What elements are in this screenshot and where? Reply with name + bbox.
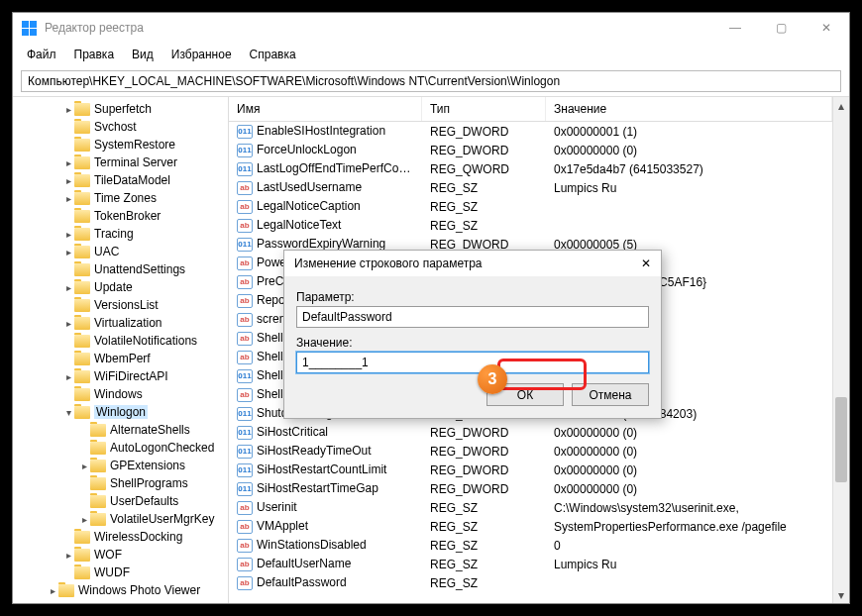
tree-item[interactable]: SystemRestore bbox=[15, 136, 226, 154]
expand-icon[interactable]: ▸ bbox=[62, 175, 74, 186]
folder-icon bbox=[74, 299, 90, 312]
tree-item[interactable]: ▸VolatileUserMgrKey bbox=[15, 510, 226, 528]
scroll-thumb[interactable] bbox=[835, 397, 847, 482]
header-value[interactable]: Значение bbox=[546, 97, 832, 121]
tree-label: TileDataModel bbox=[94, 173, 170, 187]
folder-icon bbox=[74, 370, 90, 383]
menu-help[interactable]: Справка bbox=[242, 45, 304, 64]
header-type[interactable]: Тип bbox=[422, 97, 546, 121]
tree-item[interactable]: ▸Time Zones bbox=[15, 189, 226, 207]
tree-item[interactable]: WirelessDocking bbox=[15, 528, 226, 546]
registry-editor-window: Редактор реестра — ▢ ✕ Файл Правка Вид И… bbox=[12, 12, 850, 604]
scroll-track[interactable] bbox=[833, 114, 849, 586]
value-type: REG_DWORD bbox=[422, 125, 546, 139]
value-data: 0 bbox=[546, 539, 832, 553]
menu-file[interactable]: Файл bbox=[19, 45, 64, 64]
tree-item[interactable]: UserDefaults bbox=[15, 492, 226, 510]
expand-icon[interactable]: ▸ bbox=[62, 371, 74, 382]
tree-label: VersionsList bbox=[94, 298, 159, 312]
tree-item[interactable]: VersionsList bbox=[15, 296, 226, 314]
table-row[interactable]: abLegalNoticeCaptionREG_SZ bbox=[229, 197, 832, 216]
expand-icon[interactable]: ▸ bbox=[62, 229, 74, 240]
tree-item[interactable]: ▸WOF bbox=[15, 546, 226, 564]
regvalue-icon: 011 bbox=[237, 369, 253, 383]
expand-icon[interactable]: ▸ bbox=[62, 550, 74, 561]
value-type: REG_DWORD bbox=[422, 144, 546, 157]
value-type: REG_SZ bbox=[422, 558, 546, 571]
table-row[interactable]: 011SiHostRestartCountLimitREG_DWORD0x000… bbox=[229, 461, 832, 479]
table-row[interactable]: 011SiHostCriticalREG_DWORD0x00000000 (0) bbox=[229, 423, 832, 442]
tree-item[interactable]: ▸Tracing bbox=[15, 225, 226, 243]
tree-item[interactable]: ▸Windows Photo Viewer bbox=[15, 581, 226, 599]
tree-item[interactable]: TokenBroker bbox=[15, 207, 226, 225]
content: ▸SuperfetchSvchostSystemRestore▸Terminal… bbox=[13, 97, 849, 603]
value-name: LastUsedUsername bbox=[257, 180, 362, 194]
scrollbar-vertical[interactable]: ▴ ▾ bbox=[832, 97, 849, 603]
table-row[interactable]: abDefaultUserNameREG_SZLumpics Ru bbox=[229, 555, 832, 573]
tree-item[interactable]: ▸WiFiDirectAPI bbox=[15, 367, 226, 385]
tree-item[interactable]: VolatileNotifications bbox=[15, 332, 226, 350]
expand-icon[interactable]: ▸ bbox=[62, 157, 74, 168]
tree-item[interactable]: ▸TileDataModel bbox=[15, 171, 226, 189]
tree-item[interactable]: WUDF bbox=[15, 564, 226, 581]
table-row[interactable]: 011LastLogOffEndTimePerfCounterREG_QWORD… bbox=[229, 159, 832, 178]
expand-icon[interactable]: ▸ bbox=[62, 104, 74, 115]
value-name: Repo bbox=[257, 293, 285, 307]
value-data: 0x00000000 (0) bbox=[546, 463, 832, 477]
table-row[interactable]: abLastUsedUsernameREG_SZLumpics Ru bbox=[229, 178, 832, 197]
tree-item[interactable]: UnattendSettings bbox=[15, 260, 226, 278]
table-row[interactable]: abLegalNoticeTextREG_SZ bbox=[229, 216, 832, 235]
dialog-close-button[interactable]: ✕ bbox=[641, 257, 651, 270]
header-name[interactable]: Имя bbox=[229, 97, 422, 121]
table-row[interactable]: abDefaultPasswordREG_SZ bbox=[229, 573, 832, 592]
regvalue-icon: 011 bbox=[237, 238, 253, 252]
value-label: Значение: bbox=[296, 336, 649, 350]
expand-icon[interactable]: ▸ bbox=[62, 193, 74, 204]
regvalue-icon: ab bbox=[237, 351, 253, 364]
cancel-button[interactable]: Отмена bbox=[572, 383, 649, 406]
expand-icon[interactable]: ▸ bbox=[78, 461, 90, 471]
expand-icon[interactable]: ▾ bbox=[62, 407, 74, 418]
tree-item[interactable]: AutoLogonChecked bbox=[15, 439, 226, 457]
tree-item[interactable]: AlternateShells bbox=[15, 421, 226, 439]
tree-item[interactable]: ▾Winlogon bbox=[15, 403, 226, 421]
table-row[interactable]: abWinStationsDisabledREG_SZ0 bbox=[229, 536, 832, 555]
table-row[interactable]: abVMAppletREG_SZSystemPropertiesPerforma… bbox=[229, 517, 832, 536]
table-row[interactable]: abUserinitREG_SZC:\Windows\system32\user… bbox=[229, 498, 832, 517]
tree-item[interactable]: ▸Terminal Server bbox=[15, 154, 226, 171]
scroll-up-icon[interactable]: ▴ bbox=[833, 97, 849, 114]
expand-icon[interactable]: ▸ bbox=[62, 282, 74, 293]
table-row[interactable]: 011SiHostReadyTimeOutREG_DWORD0x00000000… bbox=[229, 442, 832, 461]
tree-item[interactable]: WbemPerf bbox=[15, 350, 226, 367]
tree-item[interactable]: ▸Update bbox=[15, 278, 226, 296]
value-field[interactable] bbox=[296, 352, 649, 373]
expand-icon[interactable]: ▸ bbox=[62, 318, 74, 329]
address-input[interactable] bbox=[21, 70, 841, 92]
menu-edit[interactable]: Правка bbox=[66, 45, 123, 64]
tree-panel[interactable]: ▸SuperfetchSvchostSystemRestore▸Terminal… bbox=[13, 97, 229, 603]
expand-icon[interactable]: ▸ bbox=[78, 514, 90, 525]
tree-item[interactable]: Svchost bbox=[15, 118, 226, 136]
tree-label: WOF bbox=[94, 548, 122, 562]
scroll-down-icon[interactable]: ▾ bbox=[833, 586, 849, 603]
close-button[interactable]: ✕ bbox=[804, 13, 849, 43]
tree-item[interactable]: ▸Virtualization bbox=[15, 314, 226, 332]
table-row[interactable]: 011SiHostRestartTimeGapREG_DWORD0x000000… bbox=[229, 479, 832, 498]
tree-item[interactable]: Windows bbox=[15, 385, 226, 403]
param-field[interactable] bbox=[296, 306, 649, 328]
menu-favorites[interactable]: Избранное bbox=[163, 45, 240, 64]
tree-item[interactable]: ▸UAC bbox=[15, 243, 226, 260]
tree-item[interactable]: ShellPrograms bbox=[15, 474, 226, 492]
value-name: scren bbox=[257, 312, 285, 326]
expand-icon[interactable]: ▸ bbox=[47, 585, 58, 596]
folder-icon bbox=[90, 477, 106, 490]
tree-item[interactable]: ▸Superfetch bbox=[15, 100, 226, 118]
tree-item[interactable]: ▸GPExtensions bbox=[15, 457, 226, 474]
table-row[interactable]: 011EnableSIHostIntegrationREG_DWORD0x000… bbox=[229, 122, 832, 141]
minimize-button[interactable]: — bbox=[712, 13, 758, 43]
expand-icon[interactable]: ▸ bbox=[62, 247, 74, 257]
maximize-button[interactable]: ▢ bbox=[758, 13, 804, 43]
menu-view[interactable]: Вид bbox=[124, 45, 162, 64]
tree-label: TokenBroker bbox=[94, 209, 161, 223]
table-row[interactable]: 011ForceUnlockLogonREG_DWORD0x00000000 (… bbox=[229, 141, 832, 159]
